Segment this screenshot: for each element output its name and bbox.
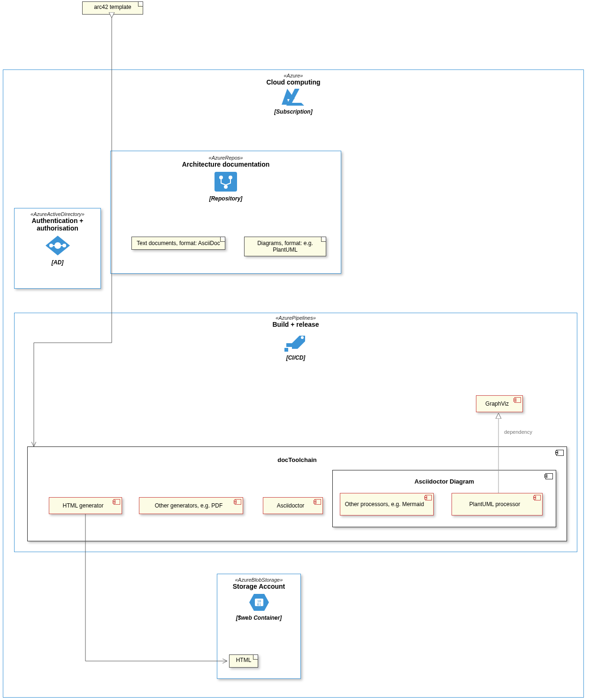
component-badge-icon (314, 499, 321, 505)
ad-stereotype: «AzureActiveDirectory» (15, 211, 100, 217)
repos-subtitle: [Repository] (111, 195, 341, 202)
note-text-docs-text: Text documents, format: AsciiDoc (137, 240, 220, 246)
other-proc-label: Other processors, e.g. Mermaid (345, 501, 424, 508)
repos-title: Architecture documentation (111, 161, 341, 168)
note-arc42: arc42 template (82, 1, 143, 15)
azure-logo-icon (281, 88, 306, 107)
svg-text:01: 01 (257, 603, 261, 607)
component-graphviz: GraphViz (476, 395, 523, 412)
diagram-canvas: arc42 template «Azure» Cloud computing [… (0, 0, 590, 700)
component-badge-icon (425, 495, 432, 500)
repos-icon (213, 170, 239, 193)
svg-point-7 (62, 244, 66, 247)
svg-rect-10 (284, 348, 288, 352)
svg-point-1 (219, 176, 223, 179)
ad-icon (44, 234, 72, 257)
component-badge-icon (235, 499, 241, 505)
package-badge-icon (545, 473, 553, 479)
component-badge-icon (534, 495, 541, 500)
storage-icon: 10 01 (247, 592, 271, 613)
pipelines-title: Build + release (15, 321, 577, 328)
storage-subtitle: [$web Container] (217, 615, 300, 621)
svg-point-2 (229, 176, 232, 179)
package-ad: «AzureActiveDirectory» Authentication + … (14, 208, 101, 289)
edge-label-dependency: dependency (504, 429, 532, 435)
html-gen-label: HTML generator (63, 502, 104, 509)
azure-subtitle: [Subscription] (3, 108, 583, 115)
note-text-docs: Text documents, format: AsciiDoc (131, 237, 225, 250)
component-other-processors: Other processors, e.g. Mermaid (340, 493, 434, 515)
ad-subtitle: [AD] (15, 259, 100, 266)
azure-title: Cloud computing (3, 78, 583, 86)
asciidoctor-label: Asciidoctor (277, 502, 305, 509)
other-gen-label: Other generators, e.g. PDF (155, 502, 223, 509)
note-diagrams-text: Diagrams, format: e.g. PlantUML (257, 240, 313, 253)
component-badge-icon (114, 499, 120, 505)
repos-stereotype: «AzureRepos» (111, 155, 341, 161)
svg-point-6 (49, 244, 53, 247)
storage-stereotype: «AzureBlobStorage» (217, 577, 300, 583)
plantuml-label: PlantUML processor (469, 501, 520, 508)
note-diagrams: Diagrams, format: e.g. PlantUML (244, 237, 326, 256)
ad-title1: Authentication + (15, 217, 100, 224)
pipelines-icon (283, 330, 309, 353)
package-badge-icon (556, 450, 564, 456)
ad-title2: authorisation (15, 224, 100, 232)
component-badge-icon (514, 397, 521, 403)
graphviz-label: GraphViz (485, 400, 509, 407)
pipelines-stereotype: «AzurePipelines» (15, 315, 577, 321)
pipelines-subtitle: [CI/CD] (15, 354, 577, 361)
component-other-generators: Other generators, e.g. PDF (139, 497, 243, 514)
component-plantuml: PlantUML processor (452, 493, 543, 515)
svg-point-9 (301, 336, 304, 339)
asciidoctor-diagram-title: Asciidoctor Diagram (333, 470, 556, 485)
storage-title: Storage Account (217, 583, 300, 590)
note-arc42-text: arc42 template (94, 4, 131, 10)
azure-stereotype: «Azure» (3, 73, 583, 78)
note-html-text: HTML (236, 657, 252, 663)
component-html-generator: HTML generator (49, 497, 122, 514)
doctoolchain-title: docToolchain (28, 447, 567, 463)
component-asciidoctor: Asciidoctor (263, 497, 323, 514)
note-html: HTML (229, 654, 258, 668)
svg-point-3 (224, 185, 228, 189)
